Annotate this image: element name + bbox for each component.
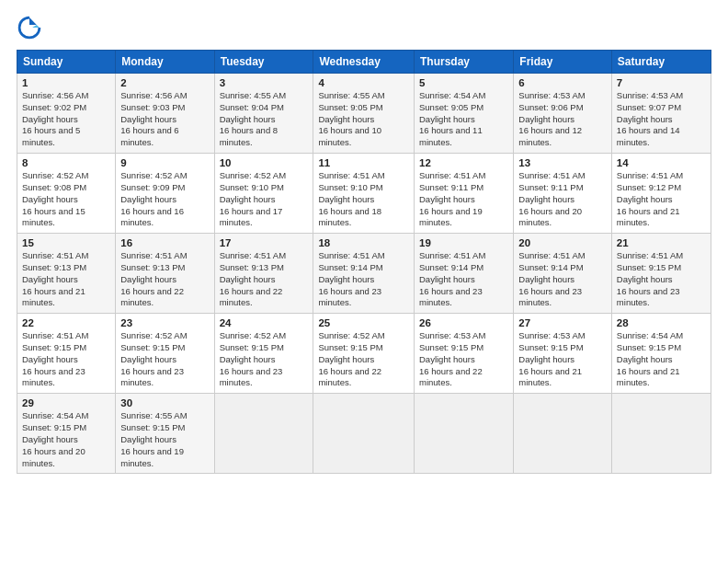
- daylight-label: Daylight hours: [120, 114, 176, 124]
- daylight-value: 16 hours and 10 minutes.: [318, 125, 381, 147]
- day-cell: [313, 394, 415, 474]
- sunrise-label: Sunrise: 4:51 AM: [617, 170, 683, 180]
- daylight-label: Daylight hours: [318, 194, 374, 204]
- day-info: Sunrise: 4:53 AM Sunset: 9:15 PM Dayligh…: [518, 330, 607, 389]
- daylight-value: 16 hours and 18 minutes.: [318, 206, 381, 228]
- day-info: Sunrise: 4:51 AM Sunset: 9:15 PM Dayligh…: [22, 330, 110, 389]
- daylight-value: 16 hours and 5 minutes.: [22, 125, 80, 147]
- day-info: Sunrise: 4:52 AM Sunset: 9:08 PM Dayligh…: [22, 170, 110, 229]
- sunrise-label: Sunrise: 4:51 AM: [318, 170, 384, 180]
- daylight-label: Daylight hours: [617, 354, 673, 364]
- day-number: 12: [419, 157, 508, 168]
- day-cell: 24 Sunrise: 4:52 AM Sunset: 9:15 PM Dayl…: [214, 314, 313, 394]
- daylight-label: Daylight hours: [518, 194, 574, 204]
- sunset-label: Sunset: 9:09 PM: [120, 182, 185, 192]
- day-cell: 12 Sunrise: 4:51 AM Sunset: 9:11 PM Dayl…: [415, 154, 514, 234]
- daylight-value: 16 hours and 23 minutes.: [220, 366, 283, 388]
- daylight-label: Daylight hours: [22, 114, 78, 124]
- daylight-label: Daylight hours: [22, 274, 78, 284]
- sunset-label: Sunset: 9:08 PM: [22, 182, 86, 192]
- weekday-thursday: Thursday: [415, 51, 514, 74]
- sunrise-label: Sunrise: 4:52 AM: [220, 330, 286, 340]
- day-info: Sunrise: 4:56 AM Sunset: 9:02 PM Dayligh…: [22, 90, 110, 149]
- sunrise-label: Sunrise: 4:52 AM: [22, 170, 88, 180]
- sunset-label: Sunset: 9:14 PM: [419, 262, 483, 272]
- day-cell: 19 Sunrise: 4:51 AM Sunset: 9:14 PM Dayl…: [415, 234, 514, 314]
- sunrise-label: Sunrise: 4:51 AM: [518, 250, 585, 260]
- day-cell: [415, 394, 514, 474]
- page: SundayMondayTuesdayWednesdayThursdayFrid…: [0, 0, 728, 563]
- day-cell: 16 Sunrise: 4:51 AM Sunset: 9:13 PM Dayl…: [116, 234, 214, 314]
- sunrise-label: Sunrise: 4:54 AM: [419, 90, 485, 100]
- day-number: 15: [22, 237, 110, 248]
- sunset-label: Sunset: 9:03 PM: [120, 102, 185, 112]
- day-cell: 22 Sunrise: 4:51 AM Sunset: 9:15 PM Dayl…: [17, 314, 116, 394]
- day-number: 27: [518, 317, 607, 328]
- daylight-label: Daylight hours: [120, 274, 176, 284]
- daylight-value: 16 hours and 22 minutes.: [318, 366, 381, 388]
- day-number: 14: [617, 157, 706, 168]
- daylight-label: Daylight hours: [518, 274, 574, 284]
- sunrise-label: Sunrise: 4:53 AM: [518, 330, 585, 340]
- sunset-label: Sunset: 9:07 PM: [617, 102, 681, 112]
- day-number: 17: [220, 237, 309, 248]
- sunrise-label: Sunrise: 4:51 AM: [22, 330, 88, 340]
- sunrise-label: Sunrise: 4:53 AM: [419, 330, 485, 340]
- sunrise-label: Sunrise: 4:53 AM: [617, 90, 683, 100]
- day-number: 9: [120, 157, 209, 168]
- day-info: Sunrise: 4:56 AM Sunset: 9:03 PM Dayligh…: [120, 90, 209, 149]
- day-info: Sunrise: 4:51 AM Sunset: 9:14 PM Dayligh…: [318, 250, 409, 309]
- daylight-value: 16 hours and 14 minutes.: [617, 125, 680, 147]
- sunrise-label: Sunrise: 4:52 AM: [220, 170, 286, 180]
- sunset-label: Sunset: 9:04 PM: [220, 102, 284, 112]
- daylight-value: 16 hours and 16 minutes.: [120, 206, 184, 228]
- daylight-label: Daylight hours: [318, 274, 374, 284]
- day-info: Sunrise: 4:52 AM Sunset: 9:09 PM Dayligh…: [120, 170, 209, 229]
- sunrise-label: Sunrise: 4:51 AM: [518, 170, 585, 180]
- daylight-value: 16 hours and 21 minutes.: [518, 366, 582, 388]
- sunrise-label: Sunrise: 4:55 AM: [220, 90, 286, 100]
- sunrise-label: Sunrise: 4:52 AM: [120, 170, 187, 180]
- sunset-label: Sunset: 9:13 PM: [22, 262, 86, 272]
- day-info: Sunrise: 4:51 AM Sunset: 9:11 PM Dayligh…: [518, 170, 607, 229]
- logo: [17, 15, 46, 40]
- sunset-label: Sunset: 9:13 PM: [220, 262, 284, 272]
- day-number: 3: [220, 77, 309, 88]
- sunset-label: Sunset: 9:14 PM: [318, 262, 382, 272]
- day-number: 24: [220, 317, 309, 328]
- weekday-tuesday: Tuesday: [214, 51, 313, 74]
- day-cell: 4 Sunrise: 4:55 AM Sunset: 9:05 PM Dayli…: [313, 74, 415, 154]
- day-info: Sunrise: 4:51 AM Sunset: 9:11 PM Dayligh…: [419, 170, 508, 229]
- sunrise-label: Sunrise: 4:56 AM: [120, 90, 187, 100]
- daylight-label: Daylight hours: [419, 114, 475, 124]
- sunset-label: Sunset: 9:06 PM: [518, 102, 583, 112]
- day-info: Sunrise: 4:51 AM Sunset: 9:13 PM Dayligh…: [22, 250, 110, 309]
- daylight-label: Daylight hours: [617, 274, 673, 284]
- sunset-label: Sunset: 9:11 PM: [518, 182, 583, 192]
- day-cell: 18 Sunrise: 4:51 AM Sunset: 9:14 PM Dayl…: [313, 234, 415, 314]
- daylight-value: 16 hours and 22 minutes.: [220, 286, 283, 308]
- day-cell: 17 Sunrise: 4:51 AM Sunset: 9:13 PM Dayl…: [214, 234, 313, 314]
- day-number: 22: [22, 317, 110, 328]
- day-info: Sunrise: 4:54 AM Sunset: 9:05 PM Dayligh…: [419, 90, 508, 149]
- sunset-label: Sunset: 9:15 PM: [220, 342, 284, 352]
- sunset-label: Sunset: 9:05 PM: [318, 102, 382, 112]
- day-info: Sunrise: 4:53 AM Sunset: 9:06 PM Dayligh…: [518, 90, 607, 149]
- day-number: 10: [220, 157, 309, 168]
- sunrise-label: Sunrise: 4:56 AM: [22, 90, 88, 100]
- sunset-label: Sunset: 9:02 PM: [22, 102, 86, 112]
- day-number: 6: [518, 77, 607, 88]
- weekday-wednesday: Wednesday: [313, 51, 415, 74]
- daylight-label: Daylight hours: [419, 274, 475, 284]
- daylight-value: 16 hours and 23 minutes.: [518, 286, 582, 308]
- day-info: Sunrise: 4:51 AM Sunset: 9:15 PM Dayligh…: [617, 250, 706, 309]
- daylight-label: Daylight hours: [220, 274, 276, 284]
- day-cell: [514, 394, 612, 474]
- sunrise-label: Sunrise: 4:52 AM: [120, 330, 187, 340]
- day-cell: 2 Sunrise: 4:56 AM Sunset: 9:03 PM Dayli…: [116, 74, 214, 154]
- week-row-4: 22 Sunrise: 4:51 AM Sunset: 9:15 PM Dayl…: [17, 314, 711, 394]
- daylight-label: Daylight hours: [120, 354, 176, 364]
- daylight-label: Daylight hours: [419, 194, 475, 204]
- sunset-label: Sunset: 9:15 PM: [617, 262, 681, 272]
- sunrise-label: Sunrise: 4:51 AM: [617, 250, 683, 260]
